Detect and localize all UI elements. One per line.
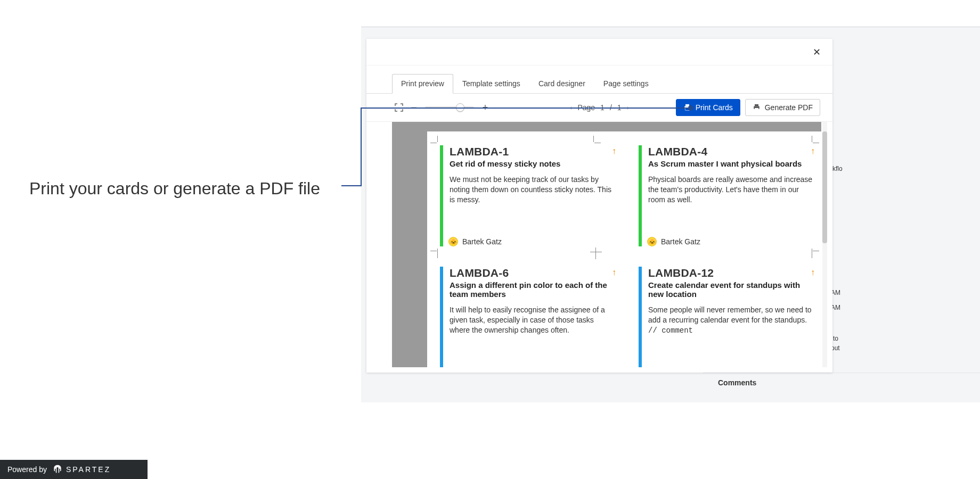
assignee: 🐱 Bartek Gatz: [647, 237, 700, 246]
issue-key: LAMBDA-6: [450, 267, 615, 279]
card-stripe: [639, 267, 642, 367]
preview-toolbar: − + ‹ Page 1 / 1 › Print Cards Generate …: [366, 94, 832, 122]
fullscreen-icon[interactable]: [393, 102, 405, 113]
tab-card-designer[interactable]: Card designer: [529, 74, 594, 94]
svg-rect-21: [755, 108, 758, 110]
issue-code-comment: // comment: [648, 326, 693, 335]
crop-mark: [810, 136, 819, 145]
issue-description: We must not be keeping track of our task…: [450, 175, 615, 205]
modal-header: ✕: [366, 39, 832, 65]
modal-tabs: Print preview Template settings Card des…: [366, 65, 832, 94]
generate-pdf-button[interactable]: Generate PDF: [745, 99, 820, 116]
priority-up-icon: ↑: [612, 146, 616, 156]
priority-up-icon: ↑: [811, 146, 815, 156]
button-label: Generate PDF: [765, 103, 813, 112]
powered-by-label: Powered by: [7, 465, 47, 474]
crop-mark: [430, 249, 440, 258]
preview-area: ↑ LAMBDA-1 Get rid of messy sticky notes…: [366, 122, 832, 373]
brand-name: SPARTEZ: [66, 465, 111, 474]
zoom-in-icon[interactable]: +: [479, 102, 491, 113]
tab-page-settings[interactable]: Page settings: [594, 74, 658, 94]
page-current: 1: [600, 103, 605, 112]
issue-title: Get rid of messy sticky notes: [450, 159, 615, 168]
page-label: Page: [577, 103, 595, 112]
spartez-logo-icon: [52, 464, 63, 475]
card-stripe: [440, 267, 443, 367]
comments-section-header: Comments: [703, 373, 980, 392]
prev-page-icon[interactable]: ‹: [570, 103, 573, 112]
assignee-name: Bartek Gatz: [661, 237, 700, 246]
card-grid: ↑ LAMBDA-1 Get rid of messy sticky notes…: [440, 145, 819, 367]
marketing-caption: Print your cards or generate a PDF file: [29, 179, 320, 199]
printer-icon: [683, 104, 691, 111]
svg-rect-18: [685, 108, 689, 110]
scrollbar-thumb[interactable]: [822, 131, 827, 243]
issue-card: ↑ LAMBDA-12 Create calendar event for st…: [639, 267, 819, 367]
svg-rect-15: [685, 104, 689, 106]
avatar-icon: 🐱: [448, 237, 458, 246]
issue-key: LAMBDA-4: [648, 145, 814, 158]
preview-canvas[interactable]: ↑ LAMBDA-1 Get rid of messy sticky notes…: [392, 122, 821, 367]
tab-template-settings[interactable]: Template settings: [453, 74, 529, 94]
zoom-out-icon[interactable]: −: [408, 102, 420, 113]
issue-description: It will help to easily recognise the ass…: [450, 305, 615, 335]
bg-text-snippet: to: [833, 335, 838, 342]
crop-mark: [591, 136, 601, 145]
priority-up-icon: ↑: [811, 268, 815, 277]
issue-title: Create calendar event for standups with …: [648, 280, 814, 299]
card-stripe: [639, 145, 642, 246]
page-total: 1: [617, 103, 622, 112]
page-indicator: ‹ Page 1 / 1 ›: [570, 103, 630, 112]
issue-description: Physical boards are really awesome and i…: [648, 175, 814, 205]
priority-up-icon: ↑: [612, 268, 616, 277]
issue-key: LAMBDA-1: [450, 145, 615, 158]
assignee: 🐱 Bartek Gatz: [448, 237, 502, 246]
issue-card: ↑ LAMBDA-6 Assign a different pin color …: [440, 267, 620, 367]
issue-card: ↑ LAMBDA-4 As Scrum master I want physic…: [639, 145, 819, 246]
vertical-scrollbar[interactable]: [822, 122, 827, 367]
zoom-slider-knob[interactable]: [456, 103, 464, 112]
next-page-icon[interactable]: ›: [627, 103, 630, 112]
tab-print-preview[interactable]: Print preview: [392, 74, 453, 94]
issue-description: Some people will never remember, so we n…: [648, 305, 814, 336]
bg-text-snippet: kflo: [832, 165, 843, 172]
close-icon[interactable]: ✕: [813, 46, 821, 58]
assignee-name: Bartek Gatz: [462, 237, 502, 246]
issue-title: Assign a different pin color to each of …: [450, 280, 615, 299]
paper-sheet: ↑ LAMBDA-1 Get rid of messy sticky notes…: [427, 131, 821, 367]
avatar-icon: 🐱: [647, 237, 657, 246]
print-modal: ✕ Print preview Template settings Card d…: [366, 39, 832, 373]
issue-card: ↑ LAMBDA-1 Get rid of messy sticky notes…: [440, 145, 620, 246]
issue-key: LAMBDA-12: [648, 267, 814, 279]
issue-description-text: Some people will never remember, so we n…: [648, 305, 812, 324]
card-stripe: [440, 145, 443, 246]
powered-by-badge: Powered by SPARTEZ: [0, 460, 148, 479]
page-sep: /: [610, 103, 612, 112]
issue-title: As Scrum master I want physical boards: [648, 159, 814, 168]
comments-header-label: Comments: [718, 378, 756, 387]
print-cards-button[interactable]: Print Cards: [676, 99, 740, 116]
crop-mark: [430, 136, 440, 145]
printer-icon: [753, 104, 761, 111]
zoom-slider[interactable]: [425, 106, 474, 109]
button-label: Print Cards: [696, 103, 733, 112]
svg-rect-19: [755, 104, 758, 106]
